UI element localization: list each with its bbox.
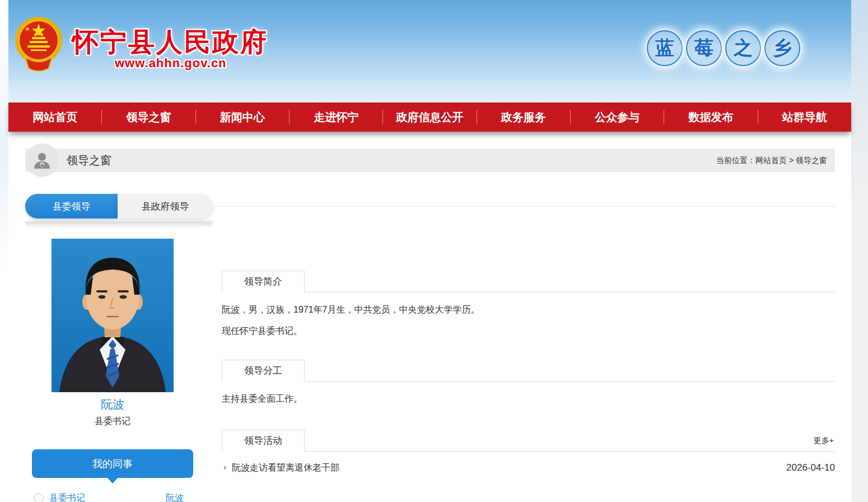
section-body-duty: 主持县委全面工作。 bbox=[222, 382, 835, 410]
activity-list-item[interactable]: 阮波走访看望离退休老干部 2026-04-10 bbox=[222, 459, 835, 476]
section-header-activity: 领导活动 更多+ bbox=[222, 430, 835, 452]
activity-title[interactable]: 阮波走访看望离退休老干部 bbox=[232, 462, 339, 474]
section-header-duty: 领导分工 bbox=[222, 360, 835, 382]
site-title: 怀宁县人民政府 bbox=[72, 25, 268, 60]
content-area: 领导之窗 当前位置：网站首页 > 领导之窗 县委领导 县政府领导 bbox=[25, 148, 835, 502]
badge-blueberry-4: 乡 bbox=[764, 30, 800, 66]
badge-blueberry-2: 莓 bbox=[686, 30, 722, 66]
nav-item-news[interactable]: 新闻中心 bbox=[196, 103, 289, 132]
nav-item-services[interactable]: 政务服务 bbox=[477, 103, 570, 132]
section-title-duty: 领导分工 bbox=[222, 360, 305, 382]
breadcrumb: 当前位置：网站首页 > 领导之窗 bbox=[716, 148, 827, 172]
breadcrumb-home-link[interactable]: 网站首页 bbox=[755, 156, 787, 165]
slogan-badges: 蓝 莓 之 乡 bbox=[647, 30, 800, 66]
arrow-down-icon bbox=[108, 478, 118, 484]
nav-item-home[interactable]: 网站首页 bbox=[8, 103, 101, 132]
page-container: 怀宁县人民政府 www.ahhn.gov.cn 蓝 莓 之 乡 网站首页 领导之… bbox=[8, 0, 851, 502]
intro-line: 现任怀宁县委书记。 bbox=[222, 320, 835, 342]
tab-divider-line bbox=[213, 206, 835, 207]
nav-item-about[interactable]: 走进怀宁 bbox=[290, 103, 382, 132]
tab-reflection bbox=[25, 221, 213, 229]
leader-position: 县委书记 bbox=[52, 416, 174, 427]
nav-item-participation[interactable]: 公众参与 bbox=[571, 103, 664, 132]
national-emblem-icon bbox=[14, 15, 63, 75]
nav-item-leaders[interactable]: 领导之窗 bbox=[102, 103, 195, 132]
person-avatar bbox=[25, 143, 59, 177]
intro-line: 阮波，男，汉族，1971年7月生，中共党员，中央党校大学学历。 bbox=[222, 299, 835, 320]
leader-category-tabs: 县委领导 县政府领导 bbox=[25, 194, 835, 233]
section-body-intro: 阮波，男，汉族，1971年7月生，中共党员，中央党校大学学历。 现任怀宁县委书记… bbox=[222, 292, 835, 342]
nav-item-site-group[interactable]: 站群导航 bbox=[758, 103, 851, 132]
activity-date: 2026-04-10 bbox=[786, 462, 835, 473]
colleague-position-link[interactable]: 县委书记 bbox=[49, 492, 85, 502]
section-title-activity: 领导活动 bbox=[222, 430, 305, 452]
breadcrumb-label: 当前位置： bbox=[716, 156, 755, 165]
badge-blueberry-1: 蓝 bbox=[647, 30, 683, 66]
site-url: www.ahhn.gov.cn bbox=[115, 56, 227, 71]
leader-portrait bbox=[52, 239, 174, 392]
portrait-image bbox=[52, 239, 174, 392]
leader-name[interactable]: 阮波 bbox=[52, 397, 174, 412]
nav-item-data[interactable]: 数据发布 bbox=[664, 103, 757, 132]
breadcrumb-bar: 领导之窗 当前位置：网站首页 > 领导之窗 bbox=[25, 148, 835, 172]
leader-detail-column: 领导简介 阮波，男，汉族，1971年7月生，中共党员，中央党校大学学历。 现任怀… bbox=[222, 271, 835, 476]
more-link[interactable]: 更多+ bbox=[814, 436, 834, 446]
person-icon bbox=[32, 151, 52, 170]
page-title: 领导之窗 bbox=[67, 148, 111, 172]
colleague-name-link[interactable]: 阮波 bbox=[166, 492, 184, 502]
my-colleagues-button[interactable]: 我的同事 bbox=[32, 449, 193, 478]
section-title-intro: 领导简介 bbox=[222, 271, 305, 292]
national-emblem-logo[interactable] bbox=[14, 15, 63, 75]
bullet-icon bbox=[224, 466, 226, 470]
colleague-list-item[interactable]: 县委书记 阮波 bbox=[32, 491, 211, 502]
breadcrumb-current[interactable]: 领导之窗 bbox=[796, 156, 827, 165]
nav-item-info-disclosure[interactable]: 政府信息公开 bbox=[383, 103, 476, 132]
vertical-scrollbar[interactable] bbox=[851, 0, 868, 502]
main-navigation: 网站首页 领导之窗 新闻中心 走进怀宁 政府信息公开 政务服务 公众参与 数据发… bbox=[8, 103, 851, 132]
tab-county-party-leaders[interactable]: 县委领导 bbox=[25, 194, 118, 219]
section-header-intro: 领导简介 bbox=[222, 271, 835, 292]
colleague-avatar-placeholder bbox=[34, 493, 44, 502]
tab-county-government-leaders[interactable]: 县政府领导 bbox=[118, 194, 213, 219]
breadcrumb-separator: > bbox=[789, 156, 794, 165]
header-banner: 怀宁县人民政府 www.ahhn.gov.cn 蓝 莓 之 乡 bbox=[8, 0, 851, 103]
duty-line: 主持县委全面工作。 bbox=[222, 388, 835, 410]
badge-blueberry-3: 之 bbox=[725, 30, 761, 66]
page-left-margin bbox=[0, 0, 8, 502]
